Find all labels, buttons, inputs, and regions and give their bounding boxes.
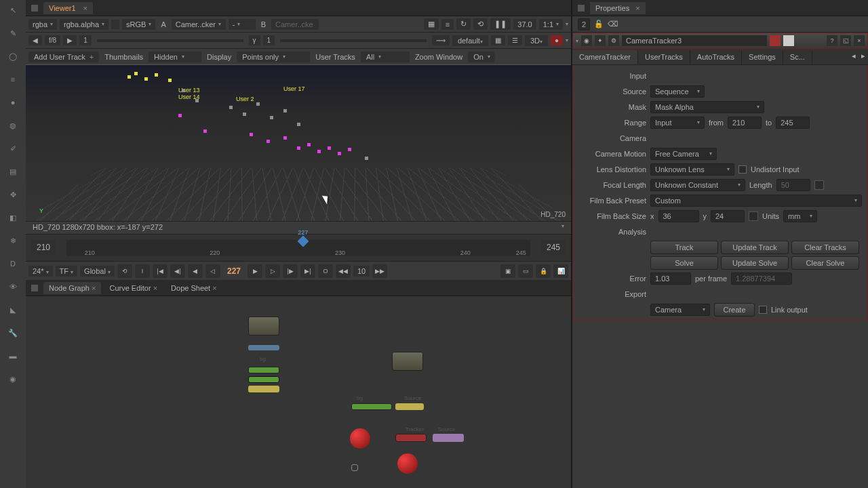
zoom-pct[interactable]: 37.0 (513, 19, 536, 30)
clear-tracks-button[interactable]: Clear Tracks (791, 241, 859, 254)
properties-tab[interactable]: Properties × (590, 2, 646, 14)
current-frame[interactable]: 227 (223, 266, 245, 276)
solve-button[interactable]: Solve (650, 256, 718, 270)
alpha-select[interactable]: rgba.alpha▾ (60, 19, 108, 30)
tab-usertracks[interactable]: UserTracks (638, 50, 690, 64)
chevron-down-icon[interactable]: ▾ (561, 223, 564, 229)
sync-icon[interactable]: ⟲ (117, 264, 132, 278)
source-select[interactable]: Sequence▾ (650, 85, 705, 98)
spiral-icon[interactable]: ◉ (5, 371, 21, 386)
tab-node-graph[interactable]: Node Graph × (43, 282, 101, 294)
node-dot[interactable] (351, 464, 358, 471)
pointer-icon[interactable]: ↖ (5, 3, 21, 18)
anim-button[interactable] (814, 180, 824, 190)
fps-select[interactable]: 24* ▾ (28, 266, 53, 277)
float-icon[interactable]: ◱ (840, 35, 851, 46)
node-reformat[interactable] (248, 345, 279, 350)
tag-icon[interactable]: ◣ (5, 302, 21, 317)
display-select[interactable]: Points only▾ (237, 52, 310, 62)
timeline-end[interactable]: 245 (541, 240, 566, 255)
node-source[interactable] (395, 403, 424, 410)
lock-icon[interactable]: 🔒 (536, 264, 551, 278)
update-solve-button[interactable]: Update Solve (721, 256, 789, 270)
node-camera2[interactable] (397, 453, 418, 474)
clear-all-icon[interactable]: ⌫ (608, 20, 618, 28)
center-icon[interactable]: ◉ (581, 35, 592, 46)
chevron-down-icon[interactable]: ▾ (566, 21, 568, 27)
d-icon[interactable]: D (5, 256, 21, 271)
tab-more[interactable]: Sc... (783, 50, 812, 64)
channel-select[interactable]: rgba▾ (28, 19, 57, 30)
target-icon[interactable]: ⟲ (473, 18, 488, 30)
color-swatch-a[interactable] (770, 35, 781, 46)
node-read2[interactable] (392, 352, 423, 371)
lock-all-icon[interactable]: 🔓 (594, 20, 604, 28)
tab-dope-sheet[interactable]: Dope Sheet × (165, 282, 222, 294)
zoomwindow-select[interactable]: On▾ (468, 52, 495, 62)
merge-icon[interactable] (111, 20, 119, 29)
tab-cameratracker[interactable]: CameraTracker (572, 50, 638, 64)
thumbnails-select[interactable]: Hidden▾ (149, 52, 201, 62)
stack-count[interactable]: 2 (578, 18, 590, 30)
preset-select[interactable]: Custom▾ (650, 195, 862, 207)
viewport-3d[interactable]: User 2 User 14 User 13 User 17 Y HD_720 (26, 65, 571, 221)
panel-grip-icon[interactable] (578, 5, 585, 12)
snow-icon[interactable]: ❄ (5, 233, 21, 248)
lut-icon[interactable]: ⟿ (432, 35, 450, 45)
circle-icon[interactable]: ◯ (5, 49, 21, 64)
eye-icon[interactable]: 👁 (5, 279, 21, 294)
node-bg2[interactable] (351, 403, 392, 410)
out-button[interactable]: O (318, 264, 333, 278)
step-back-button[interactable]: ◀ (188, 264, 203, 278)
chevron-down-icon[interactable]: ▾ (566, 37, 568, 43)
next-key-button[interactable]: |▶ (283, 264, 298, 278)
b-input-select[interactable]: Camer..cke (271, 19, 319, 30)
tab-scroll-right[interactable]: ▸ (859, 50, 868, 64)
move-icon[interactable]: ✥ (5, 187, 21, 202)
lines-icon[interactable]: ≡ (5, 72, 21, 87)
inc-prev[interactable]: ◀◀ (336, 264, 351, 278)
layers-icon[interactable]: ▤ (5, 164, 21, 179)
timeline[interactable]: 210 227 210 220 230 240 245 245 (26, 234, 571, 261)
mask-select[interactable]: Mask Alpha▾ (650, 101, 764, 113)
timeline-track[interactable]: 227 210 220 230 240 245 (66, 240, 530, 256)
export-type-select[interactable]: Camera▾ (650, 304, 710, 316)
wrench-icon[interactable]: 🔧 (5, 325, 21, 340)
prev-key-button[interactable]: ◀| (170, 264, 185, 278)
collapse-icon[interactable]: ▾ (576, 38, 578, 44)
undistort-checkbox[interactable] (738, 165, 747, 174)
close-node-icon[interactable]: × (854, 35, 865, 46)
node-read[interactable] (248, 317, 279, 336)
tf-select[interactable]: TF ▾ (56, 266, 78, 277)
create-button[interactable]: Create (714, 303, 755, 317)
play-back-button[interactable]: ◁ (205, 264, 220, 278)
panel-grip-icon[interactable] (31, 5, 38, 12)
refresh-icon[interactable]: ↻ (456, 18, 471, 30)
node-tracker[interactable] (395, 434, 427, 442)
node-bg[interactable] (248, 367, 279, 373)
cube-icon[interactable]: ◧ (5, 210, 21, 225)
lens-select[interactable]: Unknown Lens▾ (650, 163, 734, 176)
a-input-select[interactable]: Camer..cker▾ (172, 19, 226, 30)
increment-value[interactable]: 10 (353, 266, 370, 277)
edit-icon[interactable]: ✐ (5, 141, 21, 156)
add-user-track-button[interactable]: Add User Track + (28, 52, 99, 62)
node-graph[interactable]: bg bg Source Tracker Source (26, 296, 571, 488)
node-source2[interactable] (433, 434, 464, 442)
globe-icon[interactable]: ◍ (5, 118, 21, 133)
link-xy-button[interactable] (749, 211, 758, 221)
node[interactable] (248, 376, 279, 383)
timeline-start[interactable]: 210 (31, 240, 56, 255)
tab-curve-editor[interactable]: Curve Editor × (104, 282, 163, 294)
to-input[interactable]: 245 (776, 117, 810, 129)
disk-icon[interactable]: ▬ (5, 348, 21, 363)
colorspace-select[interactable]: sRGB▾ (122, 19, 155, 30)
close-icon[interactable]: × (92, 284, 96, 292)
lut-select[interactable]: default▾ (452, 35, 488, 46)
stack-icon[interactable]: ☰ (508, 35, 522, 45)
track-button[interactable]: Track (650, 241, 718, 254)
size-y-input[interactable]: 24 (711, 210, 745, 222)
node-name-field[interactable]: CameraTracker3 (622, 35, 767, 46)
close-icon[interactable]: × (83, 4, 87, 12)
tv-icon[interactable]: ▣ (500, 264, 515, 278)
